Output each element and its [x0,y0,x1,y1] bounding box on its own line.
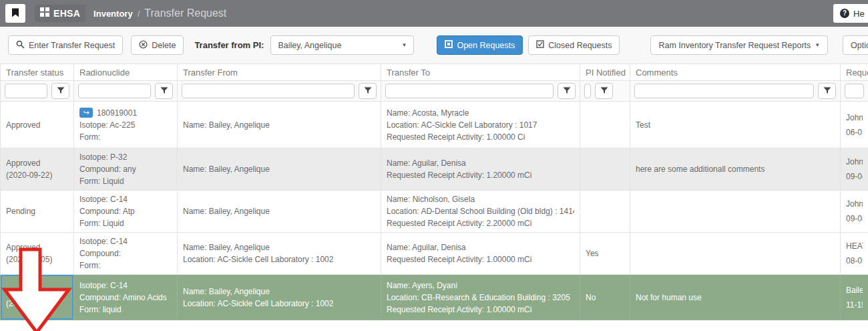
cell-line: Name: Nicholson, Gisela [387,193,574,205]
transfer-arrow-badge-icon[interactable]: ↪ [79,108,93,118]
bookmark-button[interactable] [5,4,25,23]
column-header-transfer-status[interactable]: Transfer status [1,64,74,81]
open-requests-icon [445,40,453,50]
cell-transfer-to[interactable]: Name: Acosta, MyracleLocation: AC-Sickle… [381,102,580,148]
cell-pi-notified[interactable]: No [580,275,630,320]
cell-requested-by[interactable]: Bailey,11-15-2 [841,275,868,320]
filter-input-pi-notified[interactable] [584,84,591,98]
toolbar: Enter Transfer Request Delete Transfer f… [0,27,868,64]
filter-funnel-button[interactable] [51,83,69,99]
delete-circle-icon [139,40,148,51]
filter-funnel-button[interactable] [155,83,173,99]
column-header-comments[interactable]: Comments [630,64,841,81]
reports-dropdown-button[interactable]: Ram Inventory Transfer Request Reports ▼ [650,35,828,55]
filter-input-transfer-to[interactable] [385,84,554,98]
cell-line: Johnso [846,197,863,211]
cell-transfer-status[interactable]: Approved(2022-11-15) [1,275,74,320]
cell-line: Yes [586,247,624,259]
cell-requested-by[interactable]: Johnso09-08-2 [841,191,868,233]
transfer-from-pi-select[interactable]: Bailey, Angelique ▼ [270,35,414,55]
open-requests-button[interactable]: Open Requests [437,35,523,55]
cell-pi-notified[interactable]: Yes [580,233,630,275]
column-header-pi-notified[interactable]: PI Notified [580,64,630,81]
filter-funnel-button[interactable] [818,83,836,99]
cell-pi-notified[interactable] [580,148,630,191]
cell-comments[interactable] [630,233,841,275]
app-logo[interactable]: EHSA [35,5,85,22]
table-row[interactable]: Approved(2020-09-22)Isotope: P-32Compoun… [1,148,868,191]
chevron-down-icon: ▼ [815,42,820,48]
cell-transfer-status[interactable]: Pending [1,191,74,233]
column-header-radionuclide[interactable]: Radionuclide [74,64,178,81]
open-requests-label: Open Requests [457,41,515,50]
cell-radionuclide[interactable]: Isotope: P-32Compound: anyForm: Liquid [74,148,178,191]
cell-pi-notified[interactable] [580,191,630,233]
filter-input-radionuclide[interactable] [78,84,151,98]
closed-requests-label: Closed Requests [548,41,612,50]
cell-comments[interactable]: here are some additionall comments [630,148,841,191]
table-row[interactable]: Approved(2022-08-05)Isotope: C-14Compoun… [1,233,868,275]
cell-requested-by[interactable]: HEATH08-05-2 [841,233,868,275]
filter-funnel-button[interactable] [558,83,576,99]
column-header-transfer-to[interactable]: Transfer To [381,64,580,81]
cell-radionuclide[interactable]: Isotope: C-14Compound:Form: [74,233,178,275]
cell-line: Approved [6,119,68,131]
help-button[interactable]: ? He [833,4,868,23]
filter-input-transfer-from[interactable] [182,84,355,98]
cell-line: Compound: [79,247,172,259]
cell-transfer-to[interactable]: Name: Ayers, DyaniLocation: CB-Research … [381,275,580,320]
cell-line: Pending [6,205,68,217]
filter-funnel-button[interactable] [595,83,613,99]
cell-transfer-from[interactable]: Name: Bailey, Angelique [178,148,381,191]
cell-comments[interactable]: Not for human use [630,275,841,320]
cell-radionuclide[interactable]: Isotope: C-14Compound: AtpForm: Liquid [74,191,178,233]
cell-radionuclide[interactable]: ↪180919001Isotope: Ac-225Form: [74,102,178,148]
cell-line: Isotope: C-14 [79,280,172,292]
cell-transfer-to[interactable]: Name: Aguilar, DenisaRequested Receipt A… [381,148,580,191]
cell-line: Form: liquid [79,304,172,316]
delete-button[interactable]: Delete [131,35,184,55]
table-row[interactable]: Approved(2022-11-15)Isotope: C-14Compoun… [1,275,868,320]
cell-line: Name: Acosta, Myracle [387,107,574,119]
cell-line: Form: [79,131,172,143]
filter-funnel-button[interactable] [359,83,377,99]
transfer-request-table: Transfer status Radionuclide Transfer Fr… [0,64,868,320]
cell-transfer-to[interactable]: Name: Nicholson, GiselaLocation: AD-Dent… [381,191,580,233]
cell-transfer-from[interactable]: Name: Bailey, Angelique [178,191,381,233]
cell-line: Requested Receipt Activity: 1.20000 mCi [387,169,574,181]
filter-input-requested-by[interactable] [845,84,864,98]
cell-transfer-status[interactable]: Approved(2022-08-05) [1,233,74,275]
cell-transfer-from[interactable]: Name: Bailey, AngeliqueLocation: AC-Sick… [178,275,381,320]
enter-transfer-request-button[interactable]: Enter Transfer Request [8,35,123,55]
cell-transfer-from[interactable]: Name: Bailey, AngeliqueLocation: AC-Sick… [178,233,381,275]
delete-label: Delete [152,41,176,50]
cell-transfer-to[interactable]: Name: Aguilar, DenisaRequested Receipt A… [381,233,580,275]
filter-input-transfer-status[interactable] [5,84,47,98]
options-button[interactable]: Optio [843,35,868,55]
filter-row [1,81,868,102]
cell-comments[interactable]: Test [630,102,841,148]
cell-line: Name: Bailey, Angelique [183,241,375,253]
filter-input-comments[interactable] [634,84,814,98]
cell-radionuclide[interactable]: Isotope: C-14Compound: Amino AcidsForm: … [74,275,178,320]
search-icon [16,40,25,51]
cell-transfer-status[interactable]: Approved [1,102,74,148]
cell-line: No [586,292,624,304]
closed-requests-button[interactable]: Closed Requests [528,35,620,55]
cell-requested-by[interactable]: Johnso09-04-2 [841,148,868,191]
closed-requests-check-icon [536,40,544,50]
table-row[interactable]: Approved↪180919001Isotope: Ac-225Form:Na… [1,102,868,148]
cell-line: Requested Receipt Activity: 2.20000 mCi [387,217,574,229]
table-row[interactable]: PendingIsotope: C-14Compound: AtpForm: L… [1,191,868,233]
cell-requested-by[interactable]: Johnso06-03-2 [841,102,868,148]
breadcrumb-section[interactable]: Inventory [93,9,133,19]
funnel-icon [160,86,168,96]
cell-pi-notified[interactable] [580,102,630,148]
cell-transfer-status[interactable]: Approved(2020-09-22) [1,148,74,191]
cell-line: Name: Bailey, Angelique [183,163,375,175]
cell-transfer-from[interactable]: Name: Bailey, Angelique [178,102,381,148]
cell-line: Name: Bailey, Angelique [183,119,375,131]
cell-comments[interactable] [630,191,841,233]
column-header-transfer-from[interactable]: Transfer From [178,64,381,81]
column-header-requested-by[interactable]: Reques [841,64,868,81]
